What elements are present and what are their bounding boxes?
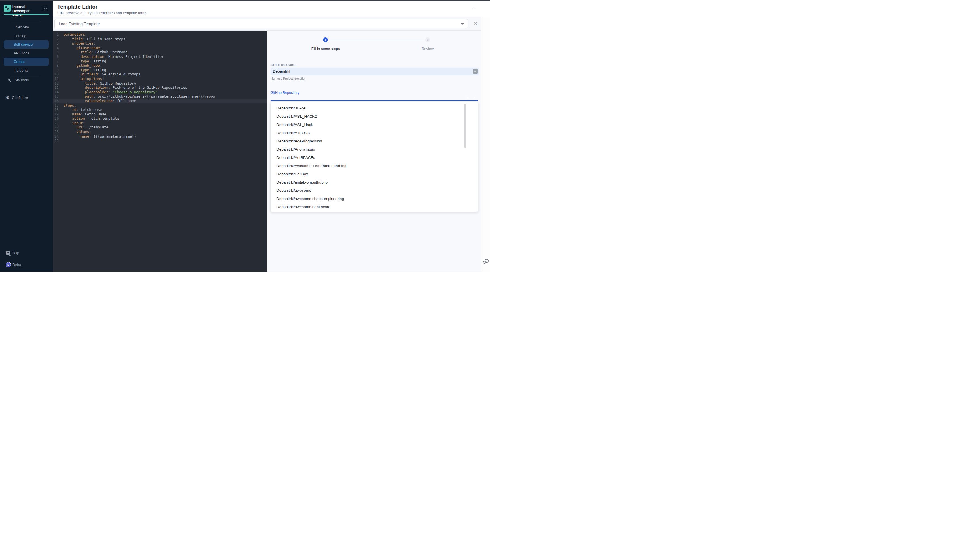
- line-number: 19: [54, 112, 59, 116]
- right-edge-strip: [481, 17, 490, 272]
- line-number: 6: [54, 54, 59, 59]
- sidebar-item-create[interactable]: Create: [4, 57, 49, 66]
- repo-option-label: Debanitrkl/awesome: [277, 188, 311, 192]
- avatar: D: [6, 262, 11, 267]
- sidebar: Internal Developer Portal Overview Catal…: [0, 0, 53, 272]
- dropdown-scrollbar-thumb[interactable]: [465, 104, 466, 148]
- repo-option[interactable]: Debanitrkl/awesome-healthcare: [271, 203, 478, 211]
- chevron-up-icon[interactable]: [473, 97, 476, 99]
- repo-option[interactable]: Debanitrkl/CellBox: [271, 170, 478, 178]
- autofill-manager-icon[interactable]: ⋯: [473, 68, 477, 74]
- sidebar-user[interactable]: D Deba: [4, 261, 49, 269]
- repo-option[interactable]: Debanitrkl/ASL_Hack: [271, 121, 478, 129]
- sidebar-item-self-service[interactable]: Self service: [4, 40, 49, 48]
- code-line: 5 title: Github username: [53, 50, 267, 54]
- code-line: 18 - id: fetch-base: [53, 108, 267, 112]
- repo-option-label: Debanitrkl/awesome-healthcare: [277, 205, 330, 209]
- code-line: 25: [53, 138, 267, 143]
- repo-option[interactable]: Debanitrkl/AutSPACEs: [271, 153, 478, 162]
- step-number: 2: [427, 38, 428, 41]
- repo-option-label: Debanitrkl/ASL_HACK2: [277, 114, 317, 119]
- code-line: 20 action: fetch:template: [53, 116, 267, 121]
- repo-option[interactable]: Debanitrkl/awesome-chaos-engineering: [271, 194, 478, 203]
- sidebar-divider-top: [11, 22, 40, 22]
- sidebar-item-configure[interactable]: ⚙ Configure: [4, 94, 49, 102]
- sidebar-item-overview[interactable]: Overview: [4, 23, 49, 31]
- repo-option[interactable]: Debanitrkl/Anonymous: [271, 145, 478, 153]
- page-subtitle: Edit, preview, and try out templates and…: [57, 11, 147, 15]
- repo-option[interactable]: Debanitrkl/3D-ZeF: [271, 104, 478, 112]
- help-chat-icon: ?: [6, 251, 10, 255]
- close-icon[interactable]: ✕: [471, 19, 480, 29]
- idp-logo[interactable]: [4, 5, 11, 12]
- code-line: 19 name: Fetch Base: [53, 112, 267, 116]
- line-number: 11: [54, 76, 59, 81]
- line-number: 2: [54, 37, 59, 41]
- repo-option-label: Debanitrkl/anitab-org.github.io: [277, 180, 328, 185]
- code-line: 16 valueSelector: full_name: [53, 99, 267, 103]
- sidebar-item-devtools[interactable]: DevTools: [4, 76, 49, 84]
- code-line: 8 github_repo:: [53, 63, 267, 68]
- code-line: 3 properties:: [53, 41, 267, 46]
- code-line: 12 title: GitHub Repository: [53, 81, 267, 86]
- code-line-content: ui:field: SelectFieldFromApi: [64, 72, 140, 76]
- yaml-code-editor[interactable]: 1 parameters: 2 - title: Fill in some st…: [53, 31, 267, 272]
- sidebar-item-help[interactable]: ? Help: [4, 249, 49, 257]
- line-number: 10: [54, 72, 59, 76]
- code-line-content: - title: Fill in some steps: [64, 37, 125, 41]
- line-number: 24: [54, 134, 59, 139]
- repo-option[interactable]: Debanitrkl/anitab-org.github.io: [271, 178, 478, 186]
- brand-accent-rule: [4, 14, 49, 15]
- code-line-content: path: proxy/github-api/users/{{parameter…: [64, 94, 215, 99]
- sidebar-item-api-docs[interactable]: API Docs: [4, 49, 49, 57]
- github-username-input[interactable]: [270, 67, 479, 75]
- chevron-down-icon: [461, 23, 464, 25]
- code-line-content: title: Github username: [64, 50, 127, 54]
- github-username-label: Github username: [270, 63, 296, 66]
- line-number: 20: [54, 116, 59, 121]
- kebab-menu-icon[interactable]: [472, 6, 476, 12]
- line-number: 13: [54, 85, 59, 90]
- page-header: Template Editor Edit, preview, and try o…: [53, 1, 490, 17]
- repo-option[interactable]: Debanitrkl/ASL_HACK2: [271, 112, 478, 121]
- code-line: 1 parameters:: [53, 32, 267, 37]
- repo-option[interactable]: Debanitrkl/Awesome-Federated-Learning: [271, 162, 478, 170]
- stepper-step-2: 2: [425, 37, 430, 42]
- code-line-content: name: ${{parameters.name}}: [64, 134, 136, 139]
- sidebar-item-label: Configure: [12, 95, 28, 100]
- code-line-content: gitusername:: [64, 46, 102, 50]
- line-number: 15: [54, 94, 59, 99]
- line-number: 21: [54, 121, 59, 126]
- line-number: 7: [54, 59, 59, 64]
- wrench-icon: [8, 78, 11, 82]
- line-number: 5: [54, 50, 59, 54]
- apps-grid-icon[interactable]: [43, 6, 46, 11]
- repo-option[interactable]: Debanitrkl/ATFORD: [271, 129, 478, 137]
- sidebar-item-incidents[interactable]: Incidents: [4, 66, 49, 75]
- sidebar-divider-mid: [11, 75, 40, 75]
- line-number: 12: [54, 81, 59, 86]
- repo-option-label: Debanitrkl/awesome-chaos-engineering: [277, 197, 344, 201]
- code-line-content: type: string: [64, 59, 107, 64]
- line-number: 18: [54, 108, 59, 112]
- template-editor-screen: Internal Developer Portal Overview Catal…: [0, 0, 490, 272]
- stepper-step-1: 1: [323, 37, 328, 42]
- code-line: 2 - title: Fill in some steps: [53, 37, 267, 41]
- load-existing-template-select[interactable]: Load Existing Template: [54, 19, 468, 29]
- repo-option-label: Debanitrkl/AgeProgression: [277, 139, 322, 143]
- sidebar-item-label: Help: [12, 251, 19, 255]
- line-number: 3: [54, 41, 59, 46]
- code-line-content: steps:: [64, 103, 76, 108]
- repo-option[interactable]: Debanitrkl/awesome: [271, 186, 478, 194]
- avatar-initial: D: [7, 263, 10, 266]
- line-number: 16: [54, 99, 59, 103]
- sidebar-item-catalog[interactable]: Catalog: [4, 32, 49, 40]
- line-number: 14: [54, 90, 59, 94]
- template-form-panel: 1 2 Fill in some steps Review Github use…: [267, 31, 481, 272]
- chat-bubbles-icon[interactable]: [482, 258, 490, 266]
- repo-option[interactable]: Debanitrkl/AgeProgression: [271, 137, 478, 145]
- sidebar-item-label: Self service: [14, 42, 33, 46]
- sidebar-item-label: Create: [14, 60, 25, 64]
- repo-options-dropdown: Debanitrkl/3D-ZeF Debanitrkl/ASL_HACK2 D…: [270, 102, 478, 212]
- repo-option-label: Debanitrkl/Anonymous: [277, 147, 315, 151]
